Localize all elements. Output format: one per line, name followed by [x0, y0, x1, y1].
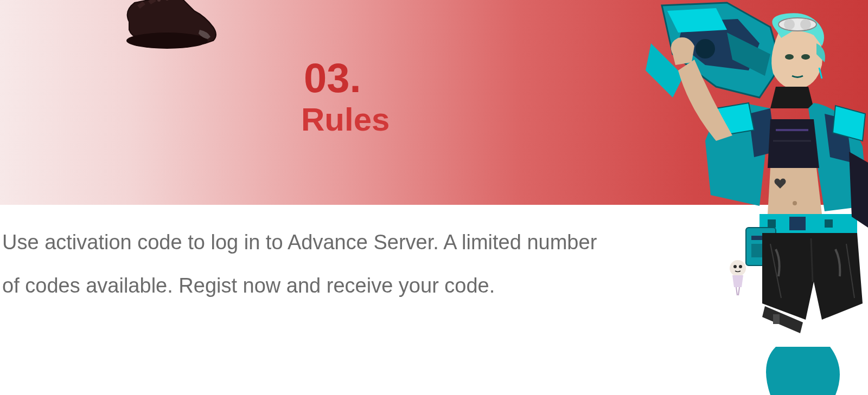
svg-point-10: [793, 201, 797, 205]
game-character-icon: [608, 0, 868, 395]
svg-point-4: [695, 39, 715, 59]
rules-body-text: Use activation code to log in to Advance…: [2, 221, 599, 308]
svg-rect-13: [768, 219, 776, 228]
svg-point-9: [801, 54, 810, 60]
svg-point-8: [785, 54, 794, 60]
svg-point-7: [800, 19, 811, 30]
section-title: Rules: [301, 101, 390, 138]
svg-point-6: [784, 19, 795, 30]
svg-rect-21: [773, 314, 780, 324]
svg-rect-14: [825, 219, 833, 228]
svg-point-20: [739, 265, 742, 268]
boot-item-icon: [118, 0, 227, 54]
svg-point-19: [733, 265, 737, 268]
section-number: 03.: [304, 54, 361, 101]
svg-point-18: [730, 260, 746, 276]
svg-point-0: [126, 33, 208, 49]
svg-rect-12: [789, 217, 806, 230]
